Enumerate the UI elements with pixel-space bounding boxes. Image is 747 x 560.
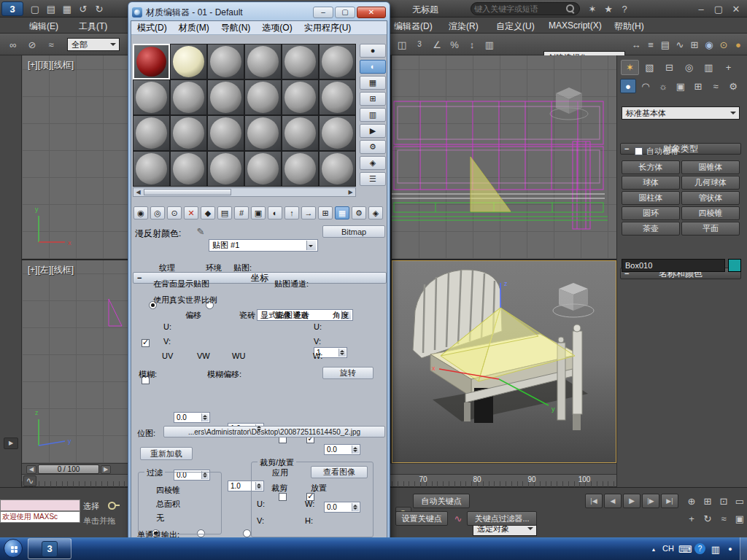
key-filters-button[interactable]: 关键点过滤器... [467,511,537,526]
macro-recorder-line[interactable] [0,499,80,511]
material-slot[interactable] [207,151,244,187]
selection-lock-icon[interactable] [105,499,121,512]
button-cone[interactable]: 圆锥体 [681,160,740,174]
edit-named-sets-icon[interactable] [481,36,498,53]
next-key-button[interactable] [642,494,659,508]
material-slot[interactable] [282,79,319,115]
reload-button[interactable]: 重新加载 [140,447,193,460]
infocenter-search[interactable] [471,2,580,15]
spinner-snap-icon[interactable] [464,36,480,53]
align-icon[interactable] [643,36,658,53]
go-to-end-button[interactable] [661,494,678,508]
play-button[interactable] [623,494,640,508]
zoom-all-icon[interactable] [700,494,715,508]
u-offset-spinner[interactable]: 0.0 [174,412,210,423]
viewport-perspective[interactable]: z x y [392,260,616,463]
menu-material[interactable]: 材质(M) [179,22,209,34]
background-icon[interactable] [360,76,386,90]
button-plane[interactable]: 平面 [681,222,740,236]
material-slot[interactable] [170,44,207,79]
material-slot[interactable] [207,115,244,151]
video-color-check-icon[interactable] [360,108,386,122]
button-sphere[interactable]: 球体 [622,176,680,190]
slot-scrollbar[interactable] [133,187,356,197]
material-slot[interactable] [319,115,356,151]
material-slot[interactable] [319,151,356,187]
material-slot[interactable] [133,151,170,187]
tab-utilities[interactable] [719,60,738,75]
subtab-cameras[interactable] [673,79,689,93]
maxscript-listener-line[interactable]: 欢迎使用 MAXSc [0,511,80,523]
show-end-result-icon[interactable] [251,206,266,219]
set-key-button[interactable]: 设置关键点 [395,511,448,526]
snaps-toggle-icon[interactable] [411,36,427,53]
render-icon[interactable] [731,36,746,53]
material-slot[interactable] [244,79,282,115]
menu-customize[interactable]: 自定义(U) [496,20,535,33]
scroll-left-icon[interactable] [133,188,143,196]
material-editor-icon[interactable] [702,36,716,53]
previous-frame-icon[interactable] [26,465,36,474]
show-desktop-button[interactable] [740,537,747,560]
walkthrough-icon[interactable] [716,511,731,526]
wu-radio[interactable] [243,529,251,537]
menu-navigation[interactable]: 导航(N) [221,22,251,34]
material-slot[interactable] [133,79,170,115]
autogrid-checkbox[interactable] [635,147,643,155]
map-name-dropdown[interactable]: 贴图 #1 [209,239,318,252]
options-icon[interactable] [360,140,386,154]
zoom-extents-icon[interactable] [716,494,731,508]
pick-material-icon[interactable] [368,206,383,219]
object-name-field[interactable]: Box010 [622,259,725,272]
button-cylinder[interactable]: 圆柱体 [622,191,680,205]
viewport-front[interactable] [392,55,616,259]
angle-snap-icon[interactable] [429,36,445,53]
material-slot[interactable] [319,79,356,115]
tab-hierarchy[interactable] [660,60,678,75]
network-tray-icon[interactable] [724,542,737,556]
material-editor-titlebar[interactable]: 材质编辑器 - 01 - Default [131,4,387,20]
keyboard-layout-icon[interactable] [678,542,692,556]
u-angle-spinner[interactable]: 0.0 [324,444,360,455]
subtab-shapes[interactable] [638,79,654,93]
show-hidden-icons-icon[interactable] [648,543,659,555]
orbit-icon[interactable] [700,511,715,526]
material-slot[interactable] [282,151,319,187]
select-and-link-icon[interactable] [4,36,22,53]
dialog-close-icon[interactable] [357,7,386,18]
time-slider-handle[interactable]: 0 / 100 [38,464,99,474]
tab-modify[interactable] [640,60,659,75]
window-minimize-icon[interactable] [693,1,709,16]
pan-icon[interactable] [684,511,699,526]
material-slot[interactable] [244,44,282,79]
menu-edit[interactable]: 编辑(E) [29,20,58,33]
go-to-parent-icon[interactable] [285,206,299,219]
material-slot[interactable] [170,79,207,115]
button-teapot[interactable]: 茶壶 [622,222,680,236]
field-of-view-icon[interactable] [732,494,747,508]
undo-icon[interactable] [76,1,90,16]
scroll-right-icon[interactable] [346,188,355,196]
start-button[interactable] [4,539,23,558]
button-torus[interactable]: 圆环 [622,206,680,220]
sample-uv-tiling-icon[interactable] [318,206,333,219]
key-filter-curve-icon[interactable] [451,511,465,526]
communication-center-icon[interactable] [585,2,600,15]
tab-motion[interactable] [680,60,698,75]
infocenter-help-icon[interactable] [617,2,632,15]
button-geosphere[interactable]: 几何球体 [681,176,740,190]
material-slot[interactable] [244,115,282,151]
material-slot[interactable] [133,115,170,151]
subtab-systems[interactable] [725,79,741,93]
menu-rendering[interactable]: 渲染(R) [449,20,479,33]
expand-strip-icon[interactable] [4,438,18,449]
subtab-lights[interactable] [655,79,671,93]
taskbar-app-3dsmax[interactable] [28,538,71,559]
material-slot[interactable] [244,151,282,187]
make-preview-icon[interactable] [360,124,386,138]
subtab-helpers[interactable] [690,79,706,93]
put-to-scene-icon[interactable] [150,206,165,219]
get-material-icon[interactable] [133,206,148,219]
material-slot[interactable] [170,151,207,187]
bind-to-spacewarp-icon[interactable] [42,36,60,53]
